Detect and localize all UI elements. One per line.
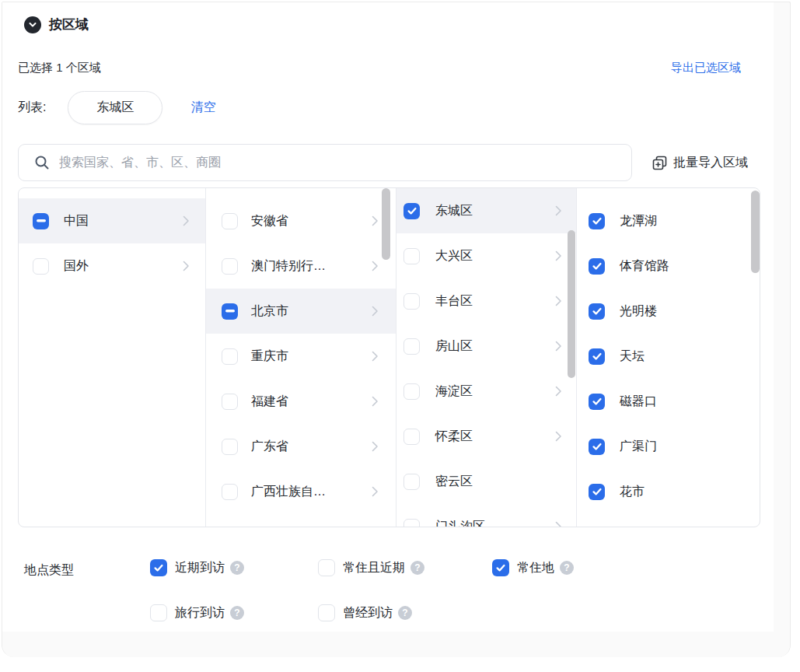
cascader-option[interactable]: 房山区 [397, 324, 576, 369]
checkbox-checked-icon[interactable] [492, 559, 509, 576]
help-icon[interactable]: ? [398, 606, 412, 620]
cascader-option[interactable]: 国外 [19, 243, 205, 289]
checkbox-unchecked-icon[interactable] [222, 484, 238, 500]
checkbox-checked-icon[interactable] [589, 394, 605, 410]
location-type-option[interactable]: 曾经到访? [318, 604, 492, 621]
location-type-row: 旅行到访?曾经到访? [150, 604, 492, 621]
cascader-option-label: 房山区 [435, 338, 473, 355]
checkbox-checked-icon[interactable] [589, 213, 605, 229]
checkbox-indeterminate-icon[interactable] [33, 213, 49, 229]
location-type-row: 近期到访?常住且近期?常住地? [150, 559, 574, 576]
cascader-option[interactable]: 丰台区 [397, 278, 576, 324]
checkbox-checked-icon[interactable] [150, 559, 167, 576]
location-type-option[interactable]: 常住地? [492, 559, 574, 576]
cascader-option[interactable]: 东城区 [397, 188, 576, 233]
checkbox-checked-icon[interactable] [403, 203, 420, 219]
chevron-right-icon [555, 521, 562, 527]
checkbox-unchecked-icon[interactable] [403, 293, 420, 310]
help-icon[interactable]: ? [230, 606, 244, 620]
cascader-option[interactable]: 广渠门 [577, 424, 760, 469]
chevron-right-icon [555, 250, 562, 261]
scrollbar-thumb[interactable] [751, 191, 760, 273]
cascader-option-label: 广西壮族自… [251, 484, 326, 500]
location-type-option[interactable]: 近期到访? [150, 559, 318, 576]
checkbox-unchecked-icon[interactable] [222, 213, 238, 229]
cascader-option[interactable]: 磁器口 [577, 379, 760, 424]
cascader-option[interactable]: 花市 [577, 469, 760, 514]
chevron-right-icon [372, 306, 379, 317]
checkbox-unchecked-icon[interactable] [403, 383, 420, 400]
checkbox-unchecked-icon[interactable] [150, 604, 167, 621]
cascader-option[interactable]: 门头沟区 [397, 504, 576, 527]
cascader-option-label: 大兴区 [435, 248, 473, 264]
checkbox-unchecked-icon[interactable] [222, 258, 238, 275]
cascader-option-label: 广东省 [251, 439, 288, 455]
cascader-option-label: 磁器口 [620, 394, 657, 410]
cascader-option-label: 体育馆路 [620, 258, 669, 275]
checkbox-unchecked-icon[interactable] [318, 559, 335, 576]
cascader-option[interactable] [206, 514, 396, 527]
cascader-option[interactable]: 怀柔区 [397, 414, 576, 459]
cascader-column-province: 安徽省澳门特别行…北京市重庆市福建省广东省广西壮族自… [206, 188, 397, 527]
cascader-option[interactable]: 安徽省 [206, 198, 396, 243]
cascader-column-business-area: 龙潭湖体育馆路光明楼天坛磁器口广渠门花市 [577, 188, 760, 527]
region-cascader: 中国国外安徽省澳门特别行…北京市重庆市福建省广东省广西壮族自…东城区大兴区丰台区… [18, 187, 760, 527]
checkbox-unchecked-icon[interactable] [222, 439, 238, 455]
checkbox-checked-icon[interactable] [589, 258, 605, 275]
cascader-option[interactable]: 龙潭湖 [577, 198, 760, 243]
cascader-option[interactable]: 广西壮族自… [206, 469, 396, 514]
selected-list-row: 列表: 东城区 清空 [18, 90, 215, 124]
batch-import-label: 批量导入区域 [673, 155, 748, 171]
chevron-right-icon [555, 341, 562, 352]
checkbox-unchecked-icon[interactable] [318, 604, 335, 621]
location-type-option-label: 旅行到访 [175, 605, 225, 621]
checkbox-unchecked-icon[interactable] [403, 519, 420, 527]
clear-link[interactable]: 清空 [190, 100, 215, 116]
cascader-option[interactable]: 福建省 [206, 379, 396, 424]
cascader-option[interactable]: 密云区 [397, 459, 576, 504]
cascader-option[interactable]: 北京市 [206, 289, 396, 334]
checkbox-unchecked-icon[interactable] [222, 394, 238, 410]
cascader-option[interactable] [577, 514, 760, 527]
cascader-option-label: 中国 [64, 213, 89, 229]
cascader-option[interactable]: 广东省 [206, 424, 396, 469]
cascader-option[interactable]: 光明楼 [577, 289, 760, 334]
checkbox-unchecked-icon[interactable] [33, 258, 49, 275]
cascader-option[interactable]: 中国 [19, 198, 205, 243]
location-type-option[interactable]: 常住且近期? [318, 559, 492, 576]
cascader-option[interactable]: 体育馆路 [577, 243, 760, 289]
checkbox-checked-icon[interactable] [589, 484, 605, 500]
checkbox-unchecked-icon[interactable] [222, 348, 238, 365]
cascader-option-label: 福建省 [251, 394, 288, 410]
cascader-option[interactable]: 大兴区 [397, 233, 576, 278]
scrollbar-thumb[interactable] [382, 188, 390, 260]
chevron-right-icon [555, 431, 562, 442]
cascader-option[interactable]: 重庆市 [206, 334, 396, 379]
checkbox-unchecked-icon[interactable] [403, 248, 420, 264]
checkbox-checked-icon[interactable] [589, 439, 605, 455]
checkbox-checked-icon[interactable] [589, 303, 605, 320]
search-input[interactable] [59, 156, 631, 170]
checkbox-unchecked-icon[interactable] [403, 429, 420, 445]
help-icon[interactable]: ? [560, 561, 574, 575]
location-type-option-label: 常住且近期 [343, 560, 405, 576]
checkbox-unchecked-icon[interactable] [403, 338, 420, 355]
checkbox-unchecked-icon[interactable] [403, 474, 420, 490]
checkbox-checked-icon[interactable] [589, 348, 605, 365]
cascader-option[interactable]: 澳门特别行… [206, 243, 396, 289]
help-icon[interactable]: ? [410, 561, 424, 575]
search-box [18, 144, 632, 181]
scrollbar-thumb[interactable] [568, 230, 575, 378]
batch-import-button[interactable]: 批量导入区域 [652, 144, 748, 181]
location-type-option-label: 曾经到访 [343, 605, 393, 621]
export-selected-link[interactable]: 导出已选区域 [671, 61, 741, 75]
chevron-right-icon [372, 351, 379, 362]
checkbox-indeterminate-icon[interactable] [222, 303, 238, 320]
cascader-option[interactable]: 海淀区 [397, 369, 576, 414]
collapse-chevron-icon[interactable] [24, 16, 41, 33]
location-type-option[interactable]: 旅行到访? [150, 604, 318, 621]
selection-summary: 已选择 1 个区域 [18, 61, 101, 75]
selected-region-tag[interactable]: 东城区 [68, 91, 162, 124]
help-icon[interactable]: ? [230, 561, 244, 575]
cascader-option[interactable]: 天坛 [577, 334, 760, 379]
